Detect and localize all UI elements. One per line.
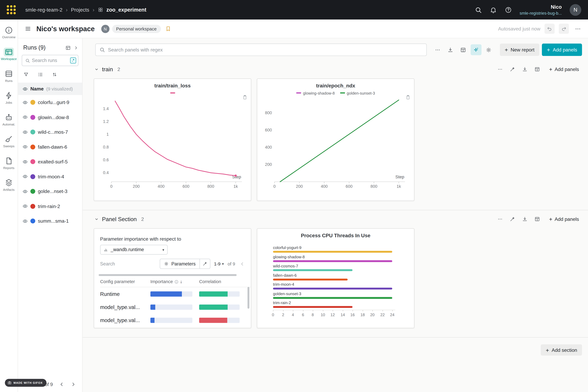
breadcrumb-projects[interactable]: Projects	[71, 7, 89, 13]
section-add-panels-button[interactable]: +Add panels	[545, 64, 582, 74]
visibility-eye-icon[interactable]	[22, 159, 28, 164]
panel-parameter-importance[interactable]: Parameter importance with respect to _wa…	[94, 228, 251, 328]
run-name[interactable]: exalted-surf-5	[38, 159, 68, 165]
run-name[interactable]: wild-c...mos-7	[38, 129, 68, 135]
section-add-panels-button[interactable]: +Add panels	[545, 214, 582, 224]
bookmark-icon[interactable]	[165, 26, 171, 32]
group-icon[interactable]	[37, 72, 43, 77]
panel-search-input[interactable]	[108, 47, 422, 52]
copy-panel-icon[interactable]	[242, 94, 248, 100]
config-parameter-header[interactable]: Config parameter	[100, 279, 150, 284]
visibility-all-icon[interactable]	[22, 86, 28, 92]
prev-page-icon[interactable]	[59, 381, 64, 387]
nav-rail-item-overview[interactable]: Overview	[0, 23, 17, 41]
new-report-button[interactable]: +New report	[500, 44, 539, 56]
correlation-header[interactable]: Correlation	[199, 279, 251, 284]
run-row[interactable]: golde...nset-3	[18, 184, 82, 199]
visibility-eye-icon[interactable]	[22, 144, 28, 150]
section-more-button[interactable]	[495, 64, 505, 74]
rows-per-page-selector[interactable]: 1-9▾	[214, 261, 224, 266]
importance-table-row[interactable]: model_type.val...	[100, 314, 251, 327]
visibility-eye-icon[interactable]	[22, 130, 28, 135]
user-avatar[interactable]: N	[570, 4, 581, 16]
add-section-button[interactable]: +Add section	[541, 344, 582, 356]
runs-table-icon[interactable]	[65, 45, 71, 50]
collapse-section-icon[interactable]	[94, 67, 99, 71]
info-icon[interactable]	[175, 280, 179, 284]
workspace-type-badge[interactable]: Personal workspace	[112, 24, 161, 33]
run-name[interactable]: golde...nset-3	[38, 188, 67, 194]
vertical-scrollbar[interactable]	[247, 287, 249, 309]
run-name[interactable]: summ...sma-1	[38, 218, 69, 224]
add-panels-button[interactable]: +Add panels	[542, 44, 582, 56]
nav-rail-item-runs[interactable]: Runs	[0, 67, 17, 85]
breadcrumb-team[interactable]: smle-reg-team-2	[25, 7, 62, 13]
section-layout-button[interactable]	[532, 214, 542, 224]
export-button[interactable]	[445, 44, 456, 55]
run-row[interactable]: exalted-surf-5	[18, 154, 82, 169]
section-title[interactable]: Panel Section	[102, 216, 137, 222]
run-row[interactable]: fallen-dawn-6	[18, 140, 82, 154]
run-name[interactable]: colorfu...gurt-9	[38, 100, 69, 105]
expand-runs-icon[interactable]	[73, 45, 78, 50]
more-options-icon[interactable]	[575, 25, 581, 32]
undo-button[interactable]	[545, 24, 555, 34]
name-column-header[interactable]: Name	[30, 86, 44, 92]
run-row[interactable]: wild-c...mos-7	[18, 125, 82, 140]
nav-rail-item-artifacts[interactable]: Artifacts	[0, 176, 17, 194]
sort-icon[interactable]	[52, 72, 57, 77]
search-icon[interactable]	[475, 6, 482, 14]
visibility-eye-icon[interactable]	[22, 189, 28, 194]
section-layout-button[interactable]	[532, 64, 542, 74]
user-info[interactable]: Nico smle-registries-bug-b...	[520, 4, 562, 16]
settings-button[interactable]	[483, 44, 494, 55]
collapse-section-icon[interactable]	[94, 217, 99, 221]
horizontal-scrollbar[interactable]	[99, 274, 236, 276]
section-wand-button[interactable]	[507, 64, 518, 74]
section-wand-button[interactable]	[507, 214, 518, 224]
filter-icon[interactable]	[23, 72, 29, 77]
sparkle-button[interactable]	[471, 44, 482, 55]
section-export-button[interactable]	[520, 64, 530, 74]
layout-button[interactable]	[458, 44, 469, 55]
breadcrumb-project[interactable]: zoo_experiment	[106, 7, 146, 13]
panel-epoch-ndx[interactable]: train/epoch_ndx glowing-shadow-8golden-s…	[257, 78, 414, 201]
run-row[interactable]: colorfu...gurt-9	[18, 95, 82, 110]
runs-search-input[interactable]	[32, 58, 68, 63]
run-row[interactable]: trim-moon-4	[18, 169, 82, 184]
importance-table-row[interactable]: model_type.val...	[100, 300, 251, 314]
menu-icon[interactable]	[25, 26, 31, 32]
run-row[interactable]: trim-rain-2	[18, 199, 82, 214]
redo-button[interactable]	[559, 24, 569, 34]
regex-toggle[interactable]: .*	[70, 58, 76, 63]
parameter-search-input[interactable]	[100, 261, 156, 266]
parameters-button[interactable]: Parameters	[160, 259, 199, 268]
metric-selector-dropdown[interactable]: _wandb.runtime ▾	[100, 245, 168, 255]
nav-rail-item-jobs[interactable]: Jobs	[0, 89, 17, 106]
help-icon[interactable]	[505, 6, 512, 14]
run-name[interactable]: trim-moon-4	[38, 174, 64, 180]
nav-rail-item-automat[interactable]: Automat.	[0, 110, 17, 128]
nav-rail-item-reports[interactable]: Reports	[0, 154, 17, 172]
section-more-button[interactable]	[495, 214, 505, 224]
visibility-eye-icon[interactable]	[22, 204, 28, 209]
magic-wand-button[interactable]	[199, 259, 210, 268]
visibility-eye-icon[interactable]	[22, 174, 28, 179]
run-row[interactable]: glowin...dow-8	[18, 110, 82, 124]
notifications-icon[interactable]	[490, 6, 497, 14]
run-name[interactable]: glowin...dow-8	[38, 114, 69, 120]
copy-panel-icon[interactable]	[405, 94, 411, 100]
nav-rail-item-workspace[interactable]: Workspace	[0, 45, 17, 63]
run-name[interactable]: trim-rain-2	[38, 204, 60, 209]
panel-train-loss[interactable]: train/train_loss 02004006008001k0.40.60.…	[94, 78, 251, 201]
wandb-logo[interactable]	[7, 5, 15, 14]
run-row[interactable]: summ...sma-1	[18, 214, 82, 228]
next-page-icon[interactable]	[71, 381, 76, 387]
more-options-button[interactable]	[432, 44, 443, 55]
importance-table-row[interactable]: Runtime	[100, 287, 251, 300]
panel-cpu-threads[interactable]: Process CPU Threads In Use colorful-yogu…	[257, 228, 414, 328]
section-title[interactable]: train	[102, 66, 113, 72]
visibility-eye-icon[interactable]	[22, 115, 28, 120]
visibility-eye-icon[interactable]	[22, 100, 28, 105]
section-export-button[interactable]	[520, 214, 530, 224]
